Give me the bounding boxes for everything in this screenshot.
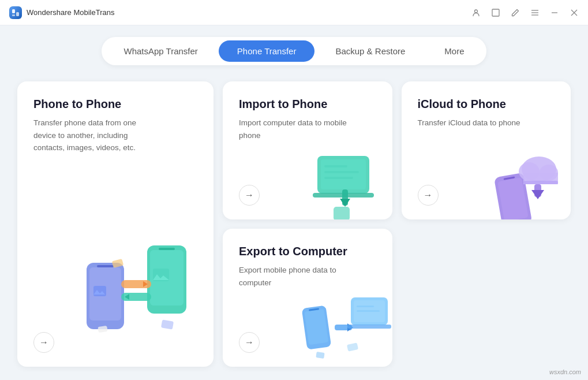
svg-point-4 [475,10,478,13]
card-icloud-to-phone-desc: Transfer iCloud data to phone [418,117,533,129]
account-button[interactable] [471,8,481,17]
content-area: WhatsApp Transfer Phone Transfer Backup … [0,25,588,380]
tab-backup-restore[interactable]: Backup & Restore [317,40,424,62]
svg-rect-57 [316,352,324,359]
nav-tabs: WhatsApp Transfer Phone Transfer Backup … [102,37,486,65]
svg-rect-56 [346,342,358,351]
svg-rect-25 [161,319,174,329]
app-title: Wondershare MobileTrans [27,8,114,17]
svg-rect-54 [357,310,380,312]
phone-to-phone-illustration [81,228,208,355]
svg-rect-53 [357,306,374,307]
svg-rect-1 [12,9,15,13]
tab-phone-transfer[interactable]: Phone Transfer [219,40,315,62]
card-import-to-phone-title: Import to Phone [239,98,376,111]
menu-button[interactable] [530,8,540,17]
card-icloud-to-phone-arrow[interactable]: → [418,185,439,206]
export-computer-illustration [300,286,387,367]
titlebar: Wondershare MobileTrans [0,0,588,25]
tab-more[interactable]: More [426,40,482,62]
svg-rect-18 [159,248,175,250]
titlebar-controls [471,8,579,17]
titlebar-left: Wondershare MobileTrans [9,6,114,19]
card-import-to-phone: Import to Phone Import computer data to … [223,81,392,219]
card-phone-to-phone: Phone to Phone Transfer phone data from … [17,81,214,367]
watermark: wsxdn.com [549,368,581,375]
close-button[interactable] [570,8,579,17]
svg-marker-45 [531,190,544,199]
icloud-phone-illustration [487,144,562,219]
import-phone-illustration [306,144,387,219]
svg-rect-35 [334,207,350,219]
cards-grid: Phone to Phone Transfer phone data from … [17,81,571,367]
svg-rect-31 [324,177,353,179]
svg-rect-55 [347,325,391,329]
svg-rect-28 [321,159,366,189]
svg-rect-2 [16,12,19,16]
card-export-to-computer-arrow[interactable]: → [239,332,260,353]
card-export-to-computer-title: Export to Computer [239,245,376,258]
card-phone-to-phone-title: Phone to Phone [33,98,197,111]
svg-marker-34 [340,199,350,207]
card-icloud-to-phone-title: iCloud to Phone [418,98,555,111]
svg-rect-15 [93,286,106,296]
svg-rect-0 [10,7,21,18]
svg-rect-43 [523,181,558,184]
svg-rect-14 [97,265,114,267]
svg-rect-3 [12,14,15,16]
edit-button[interactable] [511,8,520,17]
card-export-to-computer-desc: Export mobile phone data to computer [239,264,354,289]
square-button[interactable] [491,8,500,17]
card-import-to-phone-arrow[interactable]: → [239,185,260,206]
card-phone-to-phone-desc: Transfer phone data from one device to a… [33,117,149,154]
svg-rect-29 [324,165,347,167]
app-icon [9,6,22,19]
card-phone-to-phone-arrow[interactable]: → [33,332,54,353]
card-export-to-computer: Export to Computer Export mobile phone d… [223,229,392,367]
card-import-to-phone-desc: Import computer data to mobile phone [239,117,354,141]
tab-whatsapp-transfer[interactable]: WhatsApp Transfer [105,40,216,62]
card-icloud-to-phone: iCloud to Phone Transfer iCloud data to … [402,81,571,219]
svg-rect-5 [492,9,499,16]
svg-rect-30 [324,171,359,173]
minimize-button[interactable] [550,8,559,17]
